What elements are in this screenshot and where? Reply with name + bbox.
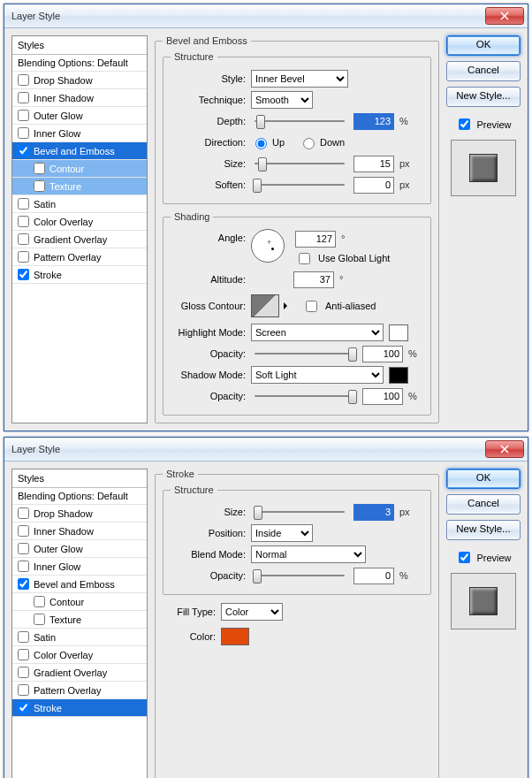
styles-item-checkbox[interactable] xyxy=(34,163,45,174)
styles-item-checkbox[interactable] xyxy=(34,614,45,625)
position-select[interactable]: Inside xyxy=(251,524,313,542)
styles-item[interactable]: Bevel and Emboss xyxy=(12,142,147,160)
fill-type-select[interactable]: Color xyxy=(221,603,283,621)
styles-item-checkbox[interactable] xyxy=(18,74,29,86)
opacity-input[interactable] xyxy=(353,568,394,584)
close-button[interactable] xyxy=(485,440,524,458)
styles-item[interactable]: Pattern Overlay xyxy=(12,682,147,699)
anti-aliased-checkbox[interactable] xyxy=(306,301,317,312)
styles-item-checkbox[interactable] xyxy=(18,145,29,156)
styles-item[interactable]: Drop Shadow xyxy=(12,72,147,89)
blend-mode-select[interactable]: Normal xyxy=(251,545,366,563)
new-style-button[interactable]: New Style... xyxy=(446,520,521,540)
styles-item-checkbox[interactable] xyxy=(18,667,29,678)
styles-item[interactable]: Gradient Overlay xyxy=(12,231,147,248)
styles-item-checkbox[interactable] xyxy=(18,92,29,103)
size-input[interactable] xyxy=(353,156,394,172)
blending-options[interactable]: Blending Options: Default xyxy=(12,55,147,72)
styles-item-checkbox[interactable] xyxy=(18,684,29,696)
styles-item-checkbox[interactable] xyxy=(18,127,29,139)
styles-item-label: Bevel and Emboss xyxy=(34,146,115,156)
styles-item-checkbox[interactable] xyxy=(34,180,45,192)
highlight-opacity-slider[interactable] xyxy=(251,346,357,362)
shadow-opacity-input[interactable] xyxy=(362,388,403,405)
styles-item-checkbox[interactable] xyxy=(18,233,29,245)
titlebar[interactable]: Layer Style xyxy=(4,438,528,461)
styles-item[interactable]: Color Overlay xyxy=(12,213,147,231)
styles-item-checkbox[interactable] xyxy=(18,631,29,643)
styles-item-label: Satin xyxy=(34,199,56,210)
styles-item[interactable]: Gradient Overlay xyxy=(12,664,147,682)
styles-item-checkbox[interactable] xyxy=(18,543,29,554)
styles-item-checkbox[interactable] xyxy=(18,269,29,280)
ok-button[interactable]: OK xyxy=(446,35,521,56)
angle-input[interactable] xyxy=(295,231,336,248)
soften-input[interactable] xyxy=(353,177,394,194)
new-style-button[interactable]: New Style... xyxy=(446,87,521,107)
styles-item[interactable]: Stroke xyxy=(12,699,147,717)
preview-checkbox[interactable] xyxy=(459,552,470,563)
styles-item[interactable]: Satin xyxy=(12,629,147,646)
styles-item[interactable]: Satin xyxy=(12,195,147,213)
preview-swatch xyxy=(469,587,498,615)
styles-item[interactable]: Outer Glow xyxy=(12,107,147,125)
blending-options[interactable]: Blending Options: Default xyxy=(12,488,147,505)
styles-item[interactable]: Inner Glow xyxy=(12,558,147,576)
opacity-slider[interactable] xyxy=(251,568,348,584)
direction-up-radio[interactable]: Up xyxy=(251,135,285,149)
size-slider[interactable] xyxy=(251,156,348,172)
highlight-mode-select[interactable]: Screen xyxy=(251,324,384,341)
use-global-light-checkbox[interactable] xyxy=(299,253,310,264)
shading-legend: Shading xyxy=(171,211,213,222)
styles-item[interactable]: Texture xyxy=(12,178,147,195)
styles-item[interactable]: Bevel and Emboss xyxy=(12,576,147,593)
ok-button[interactable]: OK xyxy=(446,469,521,489)
altitude-input[interactable] xyxy=(293,271,334,288)
styles-item-checkbox[interactable] xyxy=(18,198,29,210)
highlight-color-swatch[interactable] xyxy=(389,324,408,341)
styles-item[interactable]: Contour xyxy=(12,593,147,611)
styles-item-checkbox[interactable] xyxy=(18,507,29,519)
styles-item[interactable]: Color Overlay xyxy=(12,646,147,664)
shadow-mode-select[interactable]: Soft Light xyxy=(251,366,384,384)
style-select[interactable]: Inner Bevel xyxy=(251,70,348,88)
soften-slider[interactable] xyxy=(251,177,348,193)
angle-dial[interactable]: + xyxy=(251,229,285,263)
highlight-opacity-input[interactable] xyxy=(362,346,403,362)
styles-item[interactable]: Inner Shadow xyxy=(12,522,147,540)
stroke-color-swatch[interactable] xyxy=(221,628,249,645)
styles-item[interactable]: Texture xyxy=(12,611,147,629)
gloss-contour-picker[interactable] xyxy=(251,294,279,317)
titlebar[interactable]: Layer Style xyxy=(4,4,528,28)
depth-slider[interactable] xyxy=(251,113,348,129)
close-button[interactable] xyxy=(485,7,524,25)
styles-item-checkbox[interactable] xyxy=(18,251,29,263)
cancel-button[interactable]: Cancel xyxy=(446,61,521,81)
styles-item[interactable]: Outer Glow xyxy=(12,540,147,558)
styles-item[interactable]: Contour xyxy=(12,160,147,178)
styles-item[interactable]: Inner Shadow xyxy=(12,89,147,107)
preview-checkbox[interactable] xyxy=(459,118,470,130)
shadow-opacity-slider[interactable] xyxy=(251,388,357,404)
size-input[interactable] xyxy=(353,504,394,521)
styles-item[interactable]: Stroke xyxy=(12,266,147,284)
cancel-button[interactable]: Cancel xyxy=(446,494,521,515)
direction-down-radio[interactable]: Down xyxy=(299,135,345,149)
styles-item-checkbox[interactable] xyxy=(18,216,29,227)
styles-item-checkbox[interactable] xyxy=(18,561,29,572)
styles-item[interactable]: Inner Glow xyxy=(12,125,147,142)
styles-item-checkbox[interactable] xyxy=(18,525,29,537)
styles-item-checkbox[interactable] xyxy=(18,649,29,660)
styles-item[interactable]: Pattern Overlay xyxy=(12,248,147,266)
styles-item-checkbox[interactable] xyxy=(34,596,45,607)
stroke-section: Stroke Structure Size: px Position: Insi… xyxy=(155,469,439,778)
angle-label: Angle: xyxy=(171,233,246,243)
styles-item[interactable]: Drop Shadow xyxy=(12,505,147,522)
technique-select[interactable]: Smooth xyxy=(251,91,313,109)
shadow-color-swatch[interactable] xyxy=(389,367,408,384)
styles-item-checkbox[interactable] xyxy=(18,702,29,713)
depth-input[interactable] xyxy=(353,113,394,130)
styles-item-checkbox[interactable] xyxy=(18,578,29,590)
size-slider[interactable] xyxy=(251,504,348,520)
styles-item-checkbox[interactable] xyxy=(18,110,29,121)
